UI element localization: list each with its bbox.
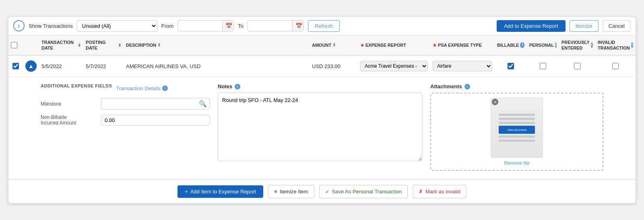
previously-entered-info-icon[interactable]: i [591,42,593,48]
expanded-area: ADDITIONAL EXPENSE FIELDS Transaction De… [8,77,636,180]
th-expand [23,44,39,47]
to-date-input[interactable] [248,21,292,31]
billable-info-icon[interactable]: i [520,42,524,48]
doc-line-1 [499,114,535,116]
non-billable-field-row: Non-Billable Incurred Amount [41,114,210,126]
from-date-input-wrap: 📅 [178,20,234,31]
from-label: From [161,23,173,29]
non-billable-label: Non-Billable Incurred Amount [41,114,97,126]
row-personal-cell [527,61,559,71]
doc-line-5 [499,139,535,142]
milestone-input[interactable] [104,101,199,107]
from-calendar-button[interactable]: 📅 [222,21,234,31]
row-transaction-date: 5/5/2022 [39,62,83,71]
attachments-info-icon[interactable]: i [464,84,470,89]
th-personal-label: Personal [529,42,554,48]
save-as-personal-button[interactable]: ✓ Save As Personal Transaction [319,185,408,198]
th-personal: Personal i [527,41,559,50]
previously-entered-checkbox[interactable] [574,63,580,69]
th-expense-report-label: Expense Report [365,42,406,48]
mark-invalid-x-icon: ✗ [419,189,423,195]
notes-section: Notes i Round trip SFO - ATL May 22-24 [218,83,422,171]
doc-line-4 [499,135,535,138]
transaction-details-info-icon[interactable]: i [162,85,168,91]
row-checkbox-cell [8,61,23,71]
itemize-item-label: Itemize Item [280,189,308,195]
filter-select[interactable]: Unused (All) All Used Unused [77,20,157,32]
attachment-drop-zone[interactable]: ✕ View document Remove file [430,93,603,171]
toolbar: i Show Transactions Unused (All) All Use… [8,17,636,35]
th-description-label: Description [126,42,156,48]
add-expense-report-button[interactable]: Add to Expense Report [497,20,565,32]
remove-file-link[interactable]: Remove file [504,160,529,166]
doc-line-2 [499,118,535,120]
th-billable-label: Billable [497,42,519,48]
th-previously-entered-label: Previously Entered [561,39,590,51]
th-invalid-transaction-label: Invalid Transaction [598,39,630,51]
row-description: AMERICAN AIRLINES VA, USD [124,62,310,71]
th-posting-date[interactable]: Posting Date ⇕ [83,38,124,53]
itemize-item-button[interactable]: ≡ Itemize Item [268,185,314,198]
row-checkbox[interactable] [12,63,19,69]
save-personal-check-icon: ✓ [325,189,330,195]
milestone-field-row: Milestone 🔍 [41,98,210,110]
notes-info-icon[interactable]: i [235,84,240,89]
milestone-label: Milestone [41,101,97,107]
attachment-preview: ✕ View document [491,98,543,158]
action-bar: + Add Item to Expense Report ≡ Itemize I… [8,180,636,203]
notes-textarea[interactable]: Round trip SFO - ATL May 22-24 [218,93,422,161]
attachments-label: Attachments [430,83,462,89]
personal-info-icon[interactable]: i [555,42,557,48]
notes-label: Notes [218,83,232,89]
transaction-details-link[interactable]: Transaction Details [116,85,161,91]
th-description[interactable]: Description ⇕ [124,41,310,50]
add-item-to-expense-report-button[interactable]: + Add Item to Expense Report [178,185,263,198]
select-all-checkbox[interactable] [11,42,17,48]
table-header: Transaction Date ⇕ Posting Date ⇕ Descri… [8,35,636,56]
row-previously-entered-cell [559,61,595,71]
save-personal-label: Save As Personal Transaction [332,189,402,195]
expense-report-required-icon: ★ [360,42,364,48]
non-billable-input[interactable] [101,115,210,126]
billable-checkbox[interactable] [508,63,514,69]
row-billable-cell [495,61,527,71]
row-invalid-transaction-cell [595,61,636,71]
additional-fields-title: ADDITIONAL EXPENSE FIELDS [41,83,112,88]
from-date-input[interactable] [178,21,222,31]
th-amount-label: Amount [312,42,331,48]
posting-date-sort-icon: ⇕ [118,43,121,48]
to-label: To [238,23,244,29]
row-expand-cell: ▲ [23,59,39,73]
doc-line-blue: View document [499,126,535,134]
transaction-date-sort-icon: ⇕ [78,43,81,48]
additional-expense-fields: ADDITIONAL EXPENSE FIELDS Transaction De… [41,83,210,171]
refresh-button[interactable]: Refresh [308,20,340,32]
row-expense-report-cell: Acme Travel Expenses - May Other Report [358,59,430,73]
itemize-button[interactable]: Itemize [570,20,599,32]
mark-invalid-label: Mark as invalid [425,189,460,195]
expense-type-select[interactable]: Airfare Hotel Meals Transportation Other [433,61,492,71]
expense-report-select[interactable]: Acme Travel Expenses - May Other Report [360,61,428,71]
row-expense-type-cell: Airfare Hotel Meals Transportation Other [430,59,495,73]
psa-expense-type-required-icon: ★ [433,42,437,48]
info-icon[interactable]: i [13,20,25,31]
mark-as-invalid-button[interactable]: ✗ Mark as invalid [413,185,466,198]
th-billable: Billable i [495,41,527,50]
invalid-transaction-info-icon[interactable]: i [631,42,633,48]
description-sort-icon: ⇕ [157,42,161,48]
invalid-transaction-checkbox[interactable] [612,63,619,69]
cancel-button[interactable]: Cancel [603,20,631,32]
row-expand-button[interactable]: ▲ [25,60,37,72]
attachments-section: Attachments i ✕ View document [430,83,603,171]
th-transaction-date[interactable]: Transaction Date ⇕ [39,38,83,53]
to-date-input-wrap: 📅 [248,20,304,31]
to-calendar-button[interactable]: 📅 [292,21,304,31]
milestone-search-button[interactable]: 🔍 [199,100,207,108]
show-transactions-label: Show Transactions [29,23,73,29]
attachment-preview-content: View document [491,98,543,158]
row-amount: USD 233.00 [310,62,358,71]
doc-line-3 [499,122,535,124]
personal-checkbox[interactable] [540,63,546,69]
th-amount[interactable]: Amount ⇕ [310,41,358,50]
th-psa-expense-type-label: PSA Expense Type [438,42,482,48]
